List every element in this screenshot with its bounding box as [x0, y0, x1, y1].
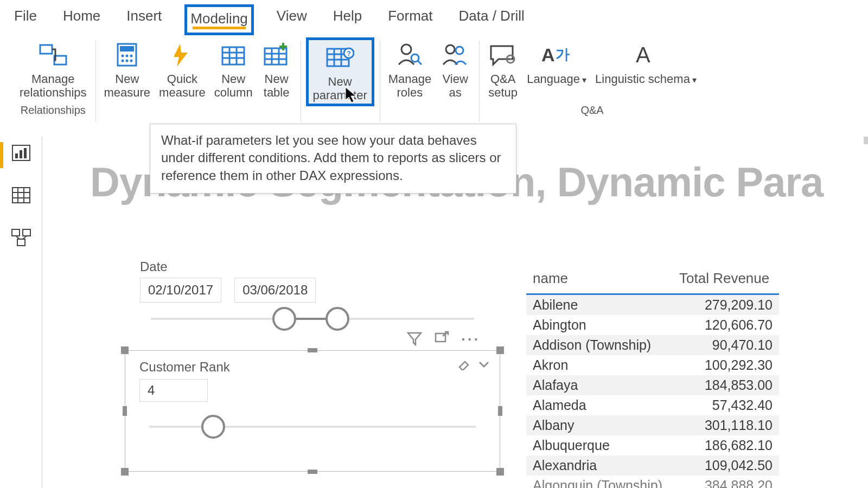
new-measure-button[interactable]: Newmeasure [101, 37, 154, 101]
new-parameter-label: Newparameter [312, 75, 367, 102]
visual-header: ··· [407, 331, 480, 350]
view-as-button[interactable]: Viewas [437, 37, 474, 101]
tab-help[interactable]: Help [330, 4, 365, 30]
letter-a-icon: A [634, 40, 658, 70]
data-view-button[interactable] [10, 184, 32, 206]
svg-point-29 [401, 44, 411, 54]
svg-point-6 [130, 55, 133, 57]
svg-rect-49 [23, 229, 30, 236]
people-icon [442, 40, 468, 70]
qna-setup-button[interactable]: Q&Asetup [484, 37, 521, 101]
language-icon: A가 [541, 40, 572, 70]
tab-insert[interactable]: Insert [123, 4, 165, 30]
new-column-button[interactable]: Newcolumn [211, 37, 256, 101]
table-row[interactable]: Albany301,118.10 [526, 415, 779, 435]
table-plus-icon [264, 40, 290, 70]
table-row[interactable]: Albuquerque186,682.10 [526, 435, 779, 455]
eraser-icon[interactable] [457, 358, 470, 374]
tab-modeling[interactable]: Modeling [184, 4, 254, 35]
ribbon-tabs: File Home Insert Modeling View Help Form… [0, 0, 868, 35]
view-as-label: Viewas [442, 72, 468, 100]
ribbon-group-whatif: ? Newparameter [301, 37, 380, 108]
ribbon-group-qna: Q&Asetup A가 Language▾ A Linguistic schem… [479, 37, 705, 119]
new-measure-label: Newmeasure [104, 72, 151, 100]
svg-rect-10 [222, 47, 244, 65]
focus-mode-icon[interactable] [434, 331, 449, 350]
manage-roles-button[interactable]: Manageroles [385, 37, 435, 101]
filter-icon[interactable] [407, 331, 422, 350]
table-row[interactable]: Alameda57,432.40 [526, 395, 779, 415]
svg-point-8 [126, 60, 129, 62]
person-search-icon [397, 40, 423, 70]
svg-rect-50 [17, 239, 25, 246]
svg-point-4 [122, 55, 124, 57]
ribbon-group-calculations: Newmeasure Quickmeasure Newcolumn Newtab… [95, 37, 301, 103]
svg-rect-0 [40, 45, 52, 54]
chevron-down-icon: ▾ [582, 75, 586, 85]
table-row[interactable]: Alexandria109,042.50 [526, 455, 779, 476]
svg-point-32 [446, 45, 455, 54]
new-column-label: Newcolumn [214, 72, 253, 100]
manage-relationships-label: Managerelationships [20, 72, 87, 100]
date-range-handle-end[interactable] [326, 307, 349, 331]
tab-data-drill[interactable]: Data / Drill [456, 4, 528, 30]
chevron-down-icon[interactable] [478, 358, 490, 374]
model-view-button[interactable] [10, 227, 32, 248]
tab-format[interactable]: Format [385, 4, 436, 30]
calculator-icon [116, 40, 138, 70]
rank-slicer-title: Customer Rank [139, 359, 230, 375]
svg-rect-3 [120, 46, 134, 52]
date-to-input[interactable]: 03/06/2018 [234, 278, 316, 303]
parameter-icon: ? [326, 42, 354, 73]
svg-point-7 [122, 60, 124, 62]
tooltip-new-parameter: What-if parameters let you see how your … [150, 124, 516, 194]
svg-point-9 [130, 60, 133, 62]
ribbon: Managerelationships Relationships Newmea… [0, 35, 868, 119]
group-label-relationships: Relationships [21, 104, 86, 117]
tab-home[interactable]: Home [60, 4, 104, 30]
svg-point-33 [456, 47, 463, 54]
date-from-input[interactable]: 02/10/2017 [140, 278, 221, 303]
svg-point-5 [126, 55, 129, 57]
rank-value-input[interactable]: 4 [139, 379, 208, 402]
rank-slider-handle[interactable] [201, 415, 225, 439]
manage-roles-label: Manageroles [388, 72, 432, 100]
date-range-handle-start[interactable] [272, 307, 296, 331]
table-row[interactable]: Abilene279,209.10 [526, 295, 779, 315]
rank-slider-track[interactable] [149, 426, 476, 428]
table-row[interactable]: Alafaya184,853.00 [526, 375, 779, 395]
col-header-name[interactable]: name [526, 265, 673, 295]
active-view-indicator [0, 142, 3, 168]
more-options-icon[interactable]: ··· [461, 331, 480, 350]
new-table-label: Newtable [264, 72, 290, 100]
col-header-revenue[interactable]: Total Revenue [673, 265, 779, 295]
tab-file[interactable]: File [11, 4, 40, 30]
relationships-icon [39, 40, 67, 70]
qna-setup-label: Q&Asetup [488, 72, 518, 100]
revenue-table[interactable]: name Total Revenue Abilene279,209.10 Abi… [526, 265, 779, 488]
svg-rect-43 [12, 188, 30, 203]
table-row[interactable]: Abington120,606.70 [526, 315, 779, 335]
customer-rank-slicer[interactable]: Customer Rank 4 [125, 350, 500, 472]
svg-rect-48 [12, 229, 20, 236]
group-label-qna: Q&A [580, 104, 603, 117]
speech-gear-icon [489, 40, 517, 70]
svg-point-30 [411, 54, 419, 62]
new-table-button[interactable]: Newtable [258, 37, 295, 101]
table-column-icon [221, 40, 245, 70]
language-label: Language▾ [527, 72, 586, 86]
table-row[interactable]: Akron100,292.30 [526, 355, 779, 375]
report-view-button[interactable] [10, 142, 32, 164]
table-row[interactable]: Algonquin (Township)384,888.20 [526, 476, 779, 488]
new-parameter-button[interactable]: ? Newparameter [306, 37, 374, 106]
quick-measure-icon [169, 40, 195, 70]
tab-view[interactable]: View [273, 4, 310, 30]
ribbon-group-relationships: Managerelationships Relationships [11, 37, 95, 119]
linguistic-schema-button[interactable]: A Linguistic schema▾ [592, 37, 700, 101]
svg-text:가: 가 [556, 46, 570, 62]
language-button[interactable]: A가 Language▾ [524, 37, 590, 101]
manage-relationships-button[interactable]: Managerelationships [16, 37, 90, 101]
quick-measure-button[interactable]: Quickmeasure [156, 37, 209, 101]
svg-text:A: A [636, 43, 650, 67]
table-row[interactable]: Addison (Township)90,470.10 [526, 335, 779, 355]
